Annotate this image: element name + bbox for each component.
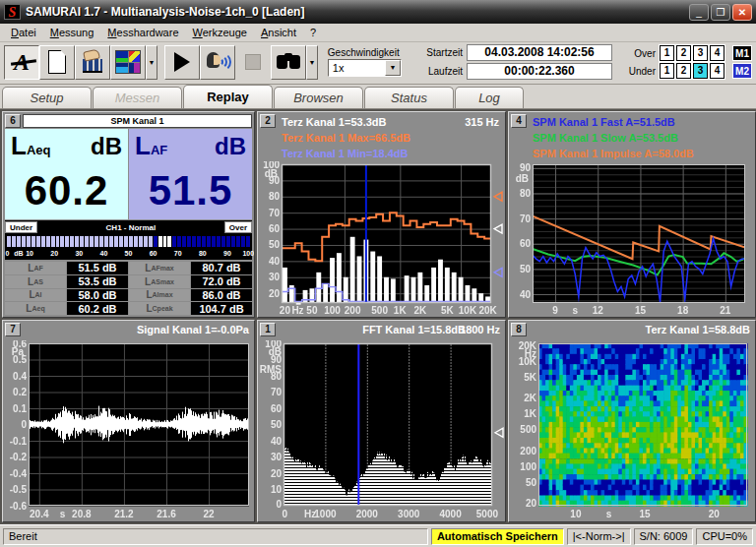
meter-segment — [154, 236, 158, 247]
fft-cursor-freq: 1800 Hz — [460, 324, 500, 335]
report-button[interactable] — [75, 45, 110, 80]
under-button-3[interactable]: 3 — [693, 63, 708, 79]
terz-current-label: Terz Kanal 1=53.3dB — [282, 114, 465, 130]
panel-signal: 7 Signal Kanal 1=-0.0Pa — [2, 320, 255, 522]
meter-segment — [51, 236, 55, 247]
panel-badge[interactable]: 7 — [5, 323, 21, 336]
listen-button[interactable] — [200, 45, 235, 80]
binoculars-icon — [276, 53, 301, 71]
fft-chart[interactable] — [258, 340, 505, 521]
new-document-button[interactable] — [39, 45, 75, 80]
sonogram-chart[interactable] — [509, 340, 753, 521]
over-label: Over — [624, 48, 658, 59]
meter-segment — [241, 236, 245, 247]
speed-select[interactable]: 1x ▼ — [328, 59, 402, 77]
panel-sonogram: 8 Terz Kanal 1=58.8dB — [508, 320, 756, 522]
tab-status[interactable]: Status — [364, 87, 454, 108]
level-label: LAF — [5, 262, 66, 274]
m2-button[interactable]: M2 — [732, 63, 752, 79]
terz-min-label: Terz Kanal 1 Min=18.4dB — [282, 146, 499, 161]
meter-segment — [163, 236, 167, 247]
over-indicator: Over — [224, 221, 252, 233]
meter-scale-label: 60 — [150, 250, 158, 257]
over-button-1[interactable]: 1 — [660, 45, 674, 61]
main-area: 6 SPM Kanal 1 LAeqdB 60.2 LAFdB 51.5 Und… — [0, 109, 756, 524]
panel-title: SPM Kanal 1 — [23, 114, 252, 128]
tab-log[interactable]: Log — [455, 87, 524, 108]
meter-segment — [99, 236, 103, 247]
meter-segment — [124, 236, 128, 247]
laf-label: L — [135, 131, 151, 160]
meter-segment — [139, 236, 143, 247]
menu-item-werkzeuge[interactable]: Werkzeuge — [186, 25, 254, 40]
meter-segment — [90, 236, 94, 247]
signal-wave-chart[interactable] — [3, 340, 254, 521]
spm-impulse-label: SPM Kanal 1 Impulse A=58.0dB — [533, 146, 749, 161]
meter-segment — [65, 236, 69, 247]
sonogram-header: Terz Kanal 1=58.8dB — [646, 324, 750, 335]
menu-item-messung[interactable]: Messung — [43, 25, 101, 40]
chart-layout-dropdown[interactable]: ▼ — [146, 45, 158, 80]
tab-replay[interactable]: Replay — [183, 85, 273, 108]
table-row: LAF51.5 dBLAFmax80.7 dB — [5, 262, 252, 274]
stop-button[interactable] — [235, 45, 271, 80]
panel-badge[interactable]: 8 — [511, 323, 527, 336]
panel-badge[interactable]: 2 — [260, 114, 276, 128]
minimize-button[interactable]: _ — [689, 4, 709, 21]
channel-name: CH1 - Normal — [37, 223, 224, 232]
samurai-home-button[interactable]: A — [4, 45, 39, 80]
over-button-3[interactable]: 3 — [693, 45, 708, 61]
status-message: Bereit — [3, 528, 428, 545]
samurai-logo-icon: A — [14, 49, 30, 75]
tab-messen[interactable]: Messen — [93, 87, 182, 108]
meter-segment — [22, 236, 26, 247]
panel-badge[interactable]: 4 — [511, 114, 527, 128]
spm-time-chart[interactable] — [509, 161, 753, 317]
under-indicator: Under — [5, 221, 37, 233]
terz-spectrum-chart[interactable] — [258, 161, 505, 317]
menu-item-datei[interactable]: Datei — [4, 25, 43, 40]
under-button-1[interactable]: 1 — [660, 63, 674, 79]
level-label: LAeq — [5, 302, 66, 315]
meter-segment — [149, 236, 153, 247]
meter-scale-label: 70 — [174, 250, 182, 257]
close-button[interactable]: ✕ — [732, 4, 752, 21]
under-button-4[interactable]: 4 — [710, 63, 724, 79]
meter-segment — [182, 236, 186, 247]
over-button-2[interactable]: 2 — [676, 45, 691, 61]
table-row: LAI58.0 dBLAImax86.0 dB — [5, 289, 252, 302]
menu-bar: DateiMessungMesshardwareWerkzeugeAnsicht… — [0, 24, 756, 42]
tab-browsen[interactable]: Browsen — [274, 87, 363, 108]
menu-item-ansicht[interactable]: Ansicht — [254, 25, 303, 40]
listen-icon — [205, 50, 230, 74]
menu-item-?[interactable]: ? — [303, 25, 323, 40]
time-block: Startzeit 04.03.2008 14:02:56 Laufzeit 0… — [415, 44, 612, 80]
menu-item-messhardware[interactable]: Messhardware — [100, 25, 185, 40]
meter-segment — [41, 236, 45, 247]
m1-button[interactable]: M1 — [732, 45, 752, 61]
level-label: LAS — [5, 275, 66, 288]
laf-cell: LAFdB 51.5 — [129, 129, 252, 219]
chart-layout-button[interactable] — [110, 45, 146, 80]
over-button-4[interactable]: 4 — [710, 45, 724, 61]
under-label: Under — [624, 66, 658, 77]
play-icon — [174, 52, 190, 72]
panel-badge[interactable]: 6 — [5, 114, 21, 128]
search-dropdown[interactable]: ▼ — [306, 45, 318, 80]
stop-icon — [245, 54, 261, 70]
panel-terz-spectrum: 2 Terz Kanal 1=53.3dB315 Hz Terz Kanal 1… — [257, 111, 506, 318]
panel-badge[interactable]: 1 — [260, 323, 276, 336]
meter-segment — [104, 236, 108, 247]
tab-setup[interactable]: Setup — [2, 87, 92, 108]
meter-segment — [246, 236, 250, 247]
search-button[interactable] — [271, 45, 306, 80]
meter-segment — [187, 236, 191, 247]
meter-segment — [134, 236, 138, 247]
meter-segment — [60, 236, 64, 247]
play-button[interactable] — [164, 45, 200, 80]
chevron-down-icon[interactable]: ▼ — [385, 60, 401, 76]
maximize-button[interactable]: ❐ — [711, 4, 730, 21]
level-value: 51.5 dB — [67, 262, 128, 274]
meter-segment — [7, 236, 11, 247]
under-button-2[interactable]: 2 — [676, 63, 691, 79]
